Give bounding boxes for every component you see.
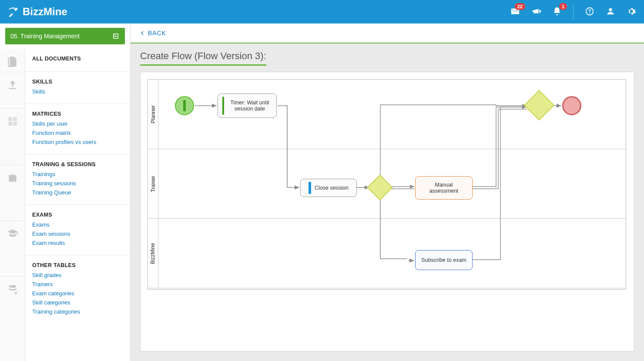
- nav-title[interactable]: ALL DOCUMENTS: [32, 56, 123, 62]
- nav-link-training-categories[interactable]: Training categories: [32, 308, 123, 315]
- collection-icon: [112, 32, 120, 40]
- rail-matrices[interactable]: [0, 109, 25, 165]
- sidebar-nav: ALL DOCUMENTS SKILLS Skills MATRICES Ski…: [25, 49, 130, 361]
- announcements-button[interactable]: [531, 7, 541, 17]
- nav-link-exam-sessions[interactable]: Exam sessions: [32, 231, 123, 237]
- sidebar-rail: [0, 49, 25, 361]
- task-close-session[interactable]: Close session: [300, 179, 357, 197]
- back-label: BACK: [148, 30, 166, 37]
- nav-link-skill-categories[interactable]: Skill categories: [32, 299, 123, 306]
- sidebar-header-label: 05. Training Management: [10, 33, 80, 40]
- task-label: Close session: [315, 185, 349, 191]
- nav-link-exam-results[interactable]: Exam results: [32, 240, 123, 246]
- nav-link-training-sessions[interactable]: Training sessions: [32, 180, 123, 187]
- nav-title: TRAINING & SESSIONS: [32, 161, 123, 167]
- nav-title: EXAMS: [32, 212, 123, 218]
- nav-group-other: OTHER TABLES Skill grades Trainers Exam …: [25, 255, 130, 324]
- task-subscribe-exam[interactable]: Subscribe to exam: [415, 250, 473, 270]
- gateway-split[interactable]: [371, 178, 389, 197]
- task-manual-assessment[interactable]: Manual assessment: [415, 176, 473, 200]
- task-label: Manual assessment: [420, 182, 468, 194]
- bpmn-pool: Planner Trainer BizzMine: [148, 79, 626, 290]
- end-event[interactable]: [562, 96, 581, 115]
- bell-badge: 1: [559, 3, 567, 10]
- nav-link-training-queue[interactable]: Training Queue: [32, 189, 123, 196]
- mail-button[interactable]: 22: [510, 7, 520, 17]
- chevron-left-icon: [140, 31, 144, 35]
- megaphone-icon: [531, 7, 541, 16]
- page-title: Create Flow (Flow Version 3):: [140, 50, 266, 66]
- nav-group-all-documents: ALL DOCUMENTS: [25, 49, 130, 72]
- task-label: Subscribe to exam: [421, 257, 466, 263]
- rail-other[interactable]: [0, 277, 25, 361]
- lane-label: Planner: [148, 80, 158, 149]
- nav-group-skills: SKILLS Skills: [25, 72, 130, 104]
- user-icon: [606, 7, 615, 16]
- pickaxe-icon: [8, 6, 19, 17]
- help-button[interactable]: [585, 7, 594, 17]
- lane-bizzmine: BizzMine: [148, 219, 626, 288]
- nav-link-trainers[interactable]: Trainers: [32, 281, 123, 287]
- gateway-merge[interactable]: [528, 94, 550, 116]
- sidebar-header[interactable]: 05. Training Management: [5, 28, 125, 44]
- nav-link-skills[interactable]: Skills: [32, 88, 123, 95]
- nav-group-matrices: MATRICES Skills per user Function matrix…: [25, 104, 130, 154]
- nav-link-function-matrix[interactable]: Function matrix: [32, 130, 123, 136]
- topbar: BizzMine 22 1: [0, 0, 644, 23]
- topbar-divider: [573, 5, 574, 19]
- documents-icon: [7, 56, 18, 67]
- nav-group-exams: EXAMS Exams Exam sessions Exam results: [25, 205, 130, 255]
- nav-group-training: TRAINING & SESSIONS Trainings Training s…: [25, 154, 130, 205]
- gear-icon: [627, 7, 636, 16]
- nav-link-skill-grades[interactable]: Skill grades: [32, 272, 123, 278]
- lane-label: BizzMine: [148, 219, 158, 288]
- rail-training[interactable]: [0, 165, 25, 221]
- mail-badge: 22: [515, 3, 525, 10]
- nav-title: SKILLS: [32, 79, 123, 85]
- flow-canvas[interactable]: Planner Trainer BizzMine: [140, 72, 634, 351]
- nav-title: MATRICES: [32, 111, 123, 117]
- profile-button[interactable]: [606, 7, 615, 17]
- graduation-cap-icon: [7, 228, 18, 239]
- sidebar: 05. Training Management ALL DOCUMENTS SK…: [0, 23, 131, 361]
- task-timer[interactable]: Timer: Wait until session date: [218, 94, 277, 118]
- nav-link-trainings[interactable]: Trainings: [32, 171, 123, 177]
- app-logo[interactable]: BizzMine: [8, 6, 67, 18]
- notifications-button[interactable]: 1: [552, 7, 562, 17]
- rail-skills[interactable]: [0, 72, 25, 109]
- nav-link-function-profiles[interactable]: Function profiles vs users: [32, 139, 123, 145]
- rail-exams[interactable]: [0, 221, 25, 277]
- topbar-actions: 22 1: [510, 5, 636, 19]
- start-event[interactable]: [175, 96, 194, 115]
- database-plus-icon: [7, 284, 18, 295]
- help-icon: [585, 7, 594, 16]
- nav-link-exam-categories[interactable]: Exam categories: [32, 290, 123, 297]
- grid-icon: [7, 116, 18, 127]
- app-name: BizzMine: [23, 6, 67, 18]
- briefcase-icon: [7, 172, 18, 184]
- task-label: Timer: Wait until session date: [228, 100, 272, 112]
- nav-link-skills-per-user[interactable]: Skills per user: [32, 120, 123, 127]
- back-button[interactable]: BACK: [131, 23, 644, 43]
- nav-title: OTHER TABLES: [32, 262, 123, 268]
- main-area: BACK Create Flow (Flow Version 3): Plann…: [131, 23, 644, 361]
- rail-documents[interactable]: [0, 49, 25, 72]
- nav-link-exams[interactable]: Exams: [32, 221, 123, 228]
- settings-button[interactable]: [627, 7, 636, 17]
- upload-icon: [7, 79, 18, 90]
- lane-label: Trainer: [148, 149, 158, 218]
